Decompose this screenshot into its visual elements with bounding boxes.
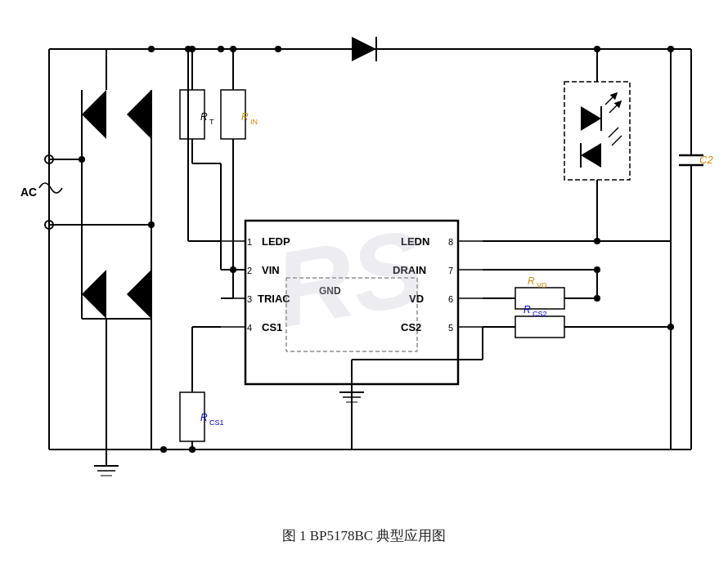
svg-text:VD: VD	[537, 281, 547, 289]
svg-line-103	[612, 136, 622, 145]
svg-text:LEDP: LEDP	[262, 235, 290, 248]
svg-text:8: 8	[448, 237, 453, 247]
svg-point-146	[160, 446, 167, 453]
svg-text:CS2: CS2	[401, 321, 421, 333]
svg-point-74	[230, 46, 236, 52]
svg-point-118	[594, 266, 600, 273]
svg-text:R: R	[241, 111, 249, 123]
svg-text:2: 2	[247, 266, 252, 275]
svg-text:CS1: CS1	[209, 418, 224, 427]
svg-text:T: T	[209, 118, 214, 126]
svg-rect-114	[515, 288, 564, 309]
svg-text:AC: AC	[20, 186, 37, 199]
svg-text:R: R	[528, 275, 535, 287]
svg-text:1: 1	[247, 237, 252, 247]
svg-text:VD: VD	[409, 293, 424, 305]
svg-text:R: R	[200, 111, 208, 123]
svg-point-144	[218, 46, 224, 52]
svg-text:7: 7	[448, 266, 453, 275]
svg-line-102	[609, 127, 618, 137]
svg-marker-41	[127, 90, 151, 139]
svg-text:R: R	[200, 412, 208, 423]
svg-marker-39	[82, 90, 106, 139]
svg-point-145	[594, 295, 600, 302]
svg-text:4: 4	[247, 323, 252, 333]
svg-text:R: R	[524, 304, 531, 315]
svg-point-138	[189, 446, 195, 453]
svg-text:GND: GND	[319, 285, 341, 297]
svg-point-80	[230, 266, 236, 273]
svg-point-62	[148, 46, 155, 52]
svg-marker-45	[127, 270, 151, 319]
svg-text:IN: IN	[250, 118, 258, 126]
svg-text:5: 5	[448, 323, 453, 333]
svg-text:TRIAC: TRIAC	[258, 293, 290, 305]
svg-marker-43	[82, 270, 106, 319]
svg-rect-122	[515, 316, 564, 338]
svg-text:C2: C2	[699, 154, 713, 166]
diagram-caption: 图 1 BP5178BC 典型应用图	[282, 526, 447, 545]
svg-point-85	[275, 46, 281, 52]
svg-line-99	[609, 103, 619, 113]
svg-text:LEDN: LEDN	[401, 235, 429, 248]
svg-marker-82	[352, 37, 376, 61]
svg-point-112	[185, 46, 191, 52]
svg-point-105	[594, 46, 600, 52]
svg-marker-100	[581, 143, 601, 168]
svg-text:DRAIN: DRAIN	[393, 264, 426, 276]
svg-line-98	[605, 95, 615, 105]
svg-text:3: 3	[247, 294, 252, 304]
svg-text:6: 6	[448, 294, 453, 304]
diagram-container: RS LEDP VIN TRIAC CS1 GND LEDN DRAIN VD …	[0, 0, 728, 568]
svg-text:CS2: CS2	[533, 310, 547, 318]
svg-point-124	[667, 324, 674, 330]
svg-text:CS1: CS1	[262, 321, 282, 333]
svg-marker-96	[581, 106, 601, 131]
svg-text:VIN: VIN	[262, 264, 280, 276]
